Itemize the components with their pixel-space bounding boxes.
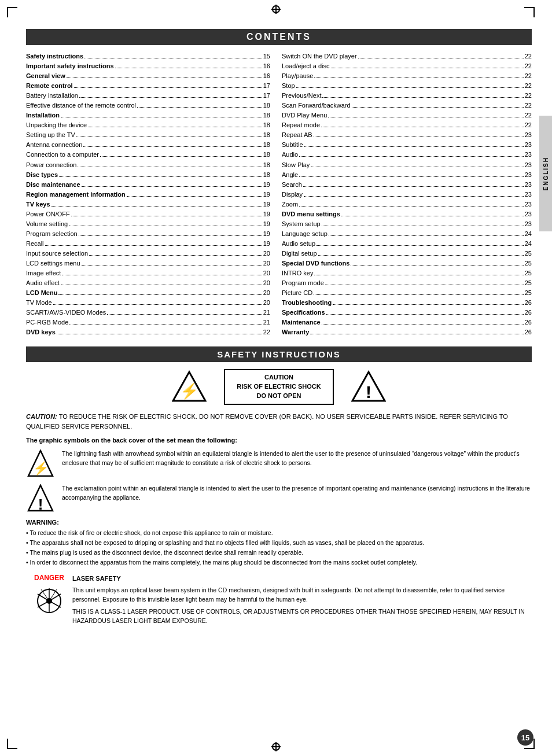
- toc-dots: [358, 58, 524, 58]
- toc-item: Audio setup24: [282, 239, 532, 249]
- toc-item: PC-RGB Mode21: [26, 318, 270, 327]
- toc-item: Disc types18: [26, 170, 270, 180]
- toc-item: Repeat AB23: [282, 130, 532, 140]
- toc-dots: [69, 324, 262, 324]
- toc-page: 23: [525, 170, 532, 180]
- toc-item: Important safety instructions16: [26, 61, 270, 71]
- corner-mark-tl: [7, 7, 17, 17]
- toc-dots: [299, 206, 524, 206]
- danger-right: LASER SAFETY This unit employs an optica…: [72, 574, 532, 626]
- toc-item: Unpacking the device18: [26, 120, 270, 130]
- toc-item: Audio23: [282, 150, 532, 160]
- toc-item: Previous/Next22: [282, 91, 532, 101]
- toc-item: Setting up the TV18: [26, 130, 270, 140]
- toc-item: Input source selection20: [26, 249, 270, 259]
- toc-dots: [325, 285, 524, 285]
- toc-item: Warranty26: [282, 327, 532, 337]
- toc-dots: [58, 294, 262, 295]
- toc-item: System setup23: [282, 219, 532, 229]
- toc-dots: [317, 245, 524, 246]
- warning-section: WARNING: To reduce the risk of fire or e…: [26, 519, 532, 567]
- toc-item: Disc maintenance19: [26, 180, 270, 190]
- side-tab-label: ENGLISH: [543, 157, 549, 190]
- toc-page: 25: [525, 288, 532, 298]
- toc-page: 20: [263, 259, 270, 268]
- toc-page: 22: [525, 110, 532, 120]
- toc-item: Effective distance of the remote control…: [26, 101, 270, 110]
- lightning-triangle-icon: ⚡: [172, 370, 207, 404]
- caution-paragraph: CAUTION: TO REDUCE THE RISK OF ELECTRIC …: [26, 412, 532, 431]
- toc-dots: [310, 334, 523, 334]
- reg-mark-top: [271, 5, 281, 14]
- warning-list-item: To reduce the risk of fire or electric s…: [31, 528, 532, 538]
- warning-list-item: The apparatus shall not be exposed to dr…: [31, 538, 532, 548]
- toc-item-label: Unpacking the device: [26, 120, 87, 130]
- toc-item: TV Mode20: [26, 298, 270, 308]
- toc-item-label: LCD settings menu: [26, 259, 80, 268]
- toc-page: 18: [263, 120, 270, 130]
- main-content: CONTENTS Safety instructions15Important …: [26, 29, 532, 626]
- toc-item-label: Effective distance of the remote control: [26, 101, 136, 110]
- toc-item: Search23: [282, 180, 532, 190]
- toc-item: Language setup24: [282, 229, 532, 239]
- toc-dots: [137, 107, 262, 108]
- caution-warning-box: CAUTION RISK OF ELECTRIC SHOCK DO NOT OP…: [224, 369, 333, 405]
- toc-page: 17: [263, 91, 270, 101]
- toc-item-label: DVD menu settings: [282, 209, 340, 219]
- toc-page: 18: [263, 150, 270, 160]
- caution-body: TO REDUCE THE RISK OF ELECTRIC SHOCK. DO…: [26, 413, 508, 430]
- toc-page: 19: [263, 219, 270, 229]
- toc-dots: [314, 137, 524, 137]
- toc-page: 23: [525, 130, 532, 140]
- toc-dots: [328, 117, 523, 117]
- toc-item: Specifications26: [282, 308, 532, 318]
- toc-dots: [329, 235, 524, 236]
- toc-dots: [45, 245, 262, 246]
- toc-item-label: Remote control: [26, 81, 73, 91]
- toc-page: 23: [525, 219, 532, 229]
- toc-dots: [314, 275, 523, 275]
- toc-item: LCD Menu20: [26, 288, 270, 298]
- contents-header: CONTENTS: [26, 29, 532, 45]
- toc-item-label: Antenna connection: [26, 140, 82, 150]
- toc-dots: [303, 186, 524, 187]
- toc-page: 23: [525, 200, 532, 209]
- toc-page: 18: [263, 160, 270, 170]
- toc-item: LCD settings menu20: [26, 259, 270, 268]
- toc-page: 19: [263, 239, 270, 249]
- toc-item-label: TV Mode: [26, 298, 52, 308]
- caution-bold: CAUTION:: [26, 413, 57, 420]
- toc-item: Connection to a computer18: [26, 150, 270, 160]
- toc-item-label: Battery installation: [26, 91, 78, 101]
- svg-text:!: !: [366, 382, 371, 401]
- toc-item: Recall19: [26, 239, 270, 249]
- toc-item-label: DVD Play Menu: [282, 110, 327, 120]
- toc-item-label: Volume setting: [26, 219, 68, 229]
- toc-item: DVD Play Menu22: [282, 110, 532, 120]
- toc-table: Safety instructions15Important safety in…: [26, 51, 532, 338]
- toc-page: 24: [525, 239, 532, 249]
- symbol-row-lightning: ⚡ The lightning flash with arrowhead sym…: [26, 449, 532, 478]
- toc-dots: [88, 127, 262, 127]
- toc-page: 18: [263, 101, 270, 110]
- toc-page: 25: [525, 278, 532, 288]
- exclamation-triangle-icon: !: [351, 370, 386, 404]
- toc-page: 22: [525, 71, 532, 81]
- toc-dots: [351, 265, 523, 265]
- toc-item-label: Angle: [282, 170, 298, 180]
- toc-item-label: INTRO key: [282, 268, 313, 278]
- toc-item-label: Previous/Next: [282, 91, 321, 101]
- toc-dots: [322, 324, 524, 324]
- toc-dots: [83, 146, 262, 147]
- toc-dots: [67, 78, 262, 78]
- toc-page: 19: [263, 200, 270, 209]
- toc-item-label: Play/pause: [282, 71, 313, 81]
- corner-mark-tr: [524, 7, 535, 17]
- toc-dots: [62, 275, 262, 275]
- toc-item-label: Input source selection: [26, 249, 88, 259]
- toc-page: 26: [525, 308, 532, 318]
- toc-item: Program selection19: [26, 229, 270, 239]
- toc-item: Maintenance26: [282, 318, 532, 327]
- side-tab: ENGLISH: [539, 116, 552, 231]
- toc-page: 20: [263, 298, 270, 308]
